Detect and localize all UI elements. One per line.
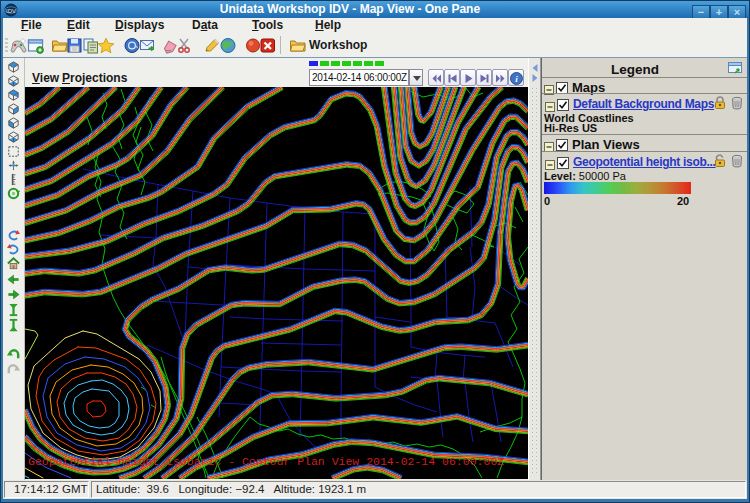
svg-text:Geopotential height isobaric -: Geopotential height isobaric - Contour P…	[28, 455, 504, 468]
